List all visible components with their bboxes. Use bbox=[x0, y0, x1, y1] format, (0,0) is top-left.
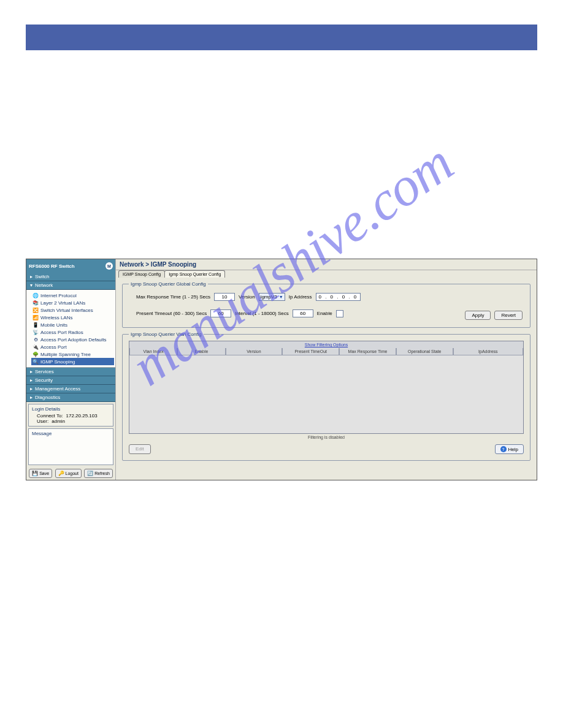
tree-item-label: Access Port Adoption Defaults bbox=[40, 337, 107, 343]
help-label: Help bbox=[508, 447, 518, 452]
revert-button[interactable]: Revert bbox=[494, 311, 523, 320]
vlan-table-header: Vlan Index Enable Version Present TimeOu… bbox=[129, 348, 523, 355]
save-button[interactable]: 💾Save bbox=[29, 469, 52, 478]
vlan-config-group: Igmp Snoop Querier Vlan Config Show Filt… bbox=[122, 332, 530, 461]
interval-input[interactable]: 60 bbox=[293, 309, 313, 317]
nav-security[interactable]: ▸Security bbox=[26, 376, 115, 385]
nav-services[interactable]: ▸Services bbox=[26, 368, 115, 376]
nav-switch[interactable]: ▸ Switch bbox=[26, 273, 115, 281]
tree-item-label: Internet Protocol bbox=[40, 293, 77, 298]
col-present-timeout[interactable]: Present TimeOut bbox=[282, 348, 339, 355]
tree-item-label: Multiple Spanning Tree bbox=[40, 352, 91, 357]
vlan-table: Show Filtering Options Vlan Index Enable… bbox=[129, 341, 524, 434]
left-panel: RFS6000 RF Switch M ▸ Switch ▾ Network 🌐… bbox=[26, 259, 116, 480]
tree-access-port[interactable]: 🔌Access Port bbox=[31, 343, 114, 351]
tree-wireless-lans[interactable]: 📶Wireless LANs bbox=[31, 314, 114, 321]
nav-diagnostics[interactable]: ▸Diagnostics bbox=[26, 393, 115, 402]
triangle-right-icon: ▸ bbox=[30, 395, 33, 400]
nav-network-label: Network bbox=[35, 282, 53, 288]
tab-label: Igmp Snoop Querier Config bbox=[169, 272, 221, 276]
version-select[interactable]: igmpV3 ▼ bbox=[259, 293, 285, 301]
brand-bar: RFS6000 RF Switch M bbox=[26, 259, 115, 273]
triangle-right-icon: ▸ bbox=[30, 369, 33, 374]
switch-icon: 🔀 bbox=[33, 307, 39, 313]
triangle-right-icon: ▸ bbox=[30, 274, 33, 279]
tree-mobile-units[interactable]: 📱Mobile Units bbox=[31, 321, 114, 328]
enable-label: Enable bbox=[317, 311, 332, 316]
main-panel: Network > IGMP Snooping IGMP Snoop Confi… bbox=[116, 259, 537, 480]
logout-label: Logout bbox=[66, 471, 79, 476]
tree-internet-protocol[interactable]: 🌐Internet Protocol bbox=[31, 292, 114, 299]
tree-access-port-radios[interactable]: 📡Access Port Radios bbox=[31, 328, 114, 336]
tab-igmp-snoop-config[interactable]: IGMP Snoop Config bbox=[118, 270, 165, 278]
page-header-bar bbox=[26, 25, 537, 50]
apply-label: Apply bbox=[472, 313, 484, 318]
tab-row: IGMP Snoop Config Igmp Snoop Querier Con… bbox=[116, 270, 537, 278]
col-operational-state[interactable]: Operational State bbox=[396, 348, 453, 355]
cog-icon: ⚙ bbox=[33, 336, 39, 343]
login-details-box: Login Details Connect To: 172.20.25.103 … bbox=[28, 404, 113, 427]
tree-item-label: Switch Virtual Interfaces bbox=[40, 308, 93, 313]
connect-to-value: 172.20.25.103 bbox=[66, 413, 98, 419]
tree-igmp-snooping[interactable]: 🔍IGMP Snooping bbox=[31, 358, 114, 365]
present-timeout-label: Present Timeout (60 - 300) Secs bbox=[136, 311, 207, 316]
col-max-response-time[interactable]: Max Response Time bbox=[339, 348, 396, 355]
footer-button-row: 💾Save 🔑Logout 🔄Refresh bbox=[26, 467, 115, 480]
apply-button[interactable]: Apply bbox=[465, 311, 491, 320]
present-timeout-input[interactable]: 60 bbox=[210, 309, 231, 317]
brand-title: RFS6000 RF Switch bbox=[29, 264, 75, 269]
col-version[interactable]: Version bbox=[226, 348, 283, 355]
radio-icon: 📡 bbox=[33, 329, 39, 335]
logout-button[interactable]: 🔑Logout bbox=[55, 469, 82, 478]
vlan-table-body bbox=[129, 355, 523, 423]
col-enable[interactable]: Enable bbox=[177, 348, 225, 355]
tree-switch-virtual-ifaces[interactable]: 🔀Switch Virtual Interfaces bbox=[31, 306, 114, 314]
show-filtering-options-link[interactable]: Show Filtering Options bbox=[129, 341, 523, 348]
port-icon: 🔌 bbox=[33, 344, 39, 350]
refresh-icon: 🔄 bbox=[87, 471, 93, 476]
tree-access-port-adoption[interactable]: ⚙Access Port Adoption Defaults bbox=[31, 336, 114, 343]
max-response-input[interactable]: 10 bbox=[214, 293, 235, 301]
edit-label: Edit bbox=[136, 446, 144, 452]
globe-icon: 🌐 bbox=[33, 292, 39, 298]
triangle-right-icon: ▸ bbox=[30, 377, 33, 383]
network-tree: 🌐Internet Protocol 📚Layer 2 Virtual LANs… bbox=[26, 290, 115, 368]
nav-network[interactable]: ▾ Network bbox=[26, 281, 115, 290]
message-header: Message bbox=[32, 431, 110, 436]
tree-multiple-spanning-tree[interactable]: 🌳Multiple Spanning Tree bbox=[31, 351, 114, 358]
chevron-down-icon: ▼ bbox=[279, 295, 283, 299]
version-label: Version bbox=[239, 294, 255, 300]
tree-item-label: Access Port Radios bbox=[40, 330, 83, 335]
tree-item-label: Mobile Units bbox=[40, 322, 67, 328]
vlan-config-legend: Igmp Snoop Querier Vlan Config bbox=[129, 332, 204, 337]
tree-item-label: Layer 2 Virtual LANs bbox=[40, 300, 85, 306]
save-label: Save bbox=[39, 471, 49, 476]
enable-checkbox[interactable] bbox=[336, 310, 343, 317]
disk-icon: 💾 bbox=[32, 471, 38, 476]
vlan-bottom-row: Edit ? Help bbox=[129, 441, 524, 454]
global-config-legend: Igmp Snoop Querier Global Config bbox=[129, 281, 208, 287]
tree-layer2-vlans[interactable]: 📚Layer 2 Virtual LANs bbox=[31, 299, 114, 306]
nav-mgmt-label: Management Access bbox=[35, 386, 80, 392]
tree-item-label: Wireless LANs bbox=[40, 315, 72, 320]
nav-management-access[interactable]: ▸Management Access bbox=[26, 385, 115, 393]
help-icon: ? bbox=[500, 446, 507, 452]
wifi-icon: 📶 bbox=[33, 314, 39, 320]
help-button[interactable]: ? Help bbox=[495, 444, 524, 454]
tree-icon: 🌳 bbox=[33, 351, 39, 357]
col-vlan-index[interactable]: Vlan Index bbox=[129, 348, 177, 355]
connect-to-label: Connect To: bbox=[37, 413, 63, 419]
mobile-icon: 📱 bbox=[33, 322, 39, 328]
tab-igmp-snoop-querier-config[interactable]: Igmp Snoop Querier Config bbox=[164, 270, 225, 278]
ip-input[interactable]: 0 . 0 . 0 . 0 bbox=[316, 293, 361, 301]
login-details-header: Login Details bbox=[32, 406, 110, 412]
refresh-label: Refresh bbox=[94, 471, 110, 476]
col-ip-address[interactable]: IpAddress bbox=[453, 348, 523, 355]
filter-status: Filtering is disabled bbox=[129, 434, 524, 441]
refresh-button[interactable]: 🔄Refresh bbox=[84, 469, 113, 478]
nav-diag-label: Diagnostics bbox=[35, 395, 60, 400]
max-response-label: Max Response Time (1 - 25) Secs bbox=[136, 294, 210, 300]
user-label: User: bbox=[37, 419, 48, 424]
edit-button[interactable]: Edit bbox=[129, 444, 151, 454]
stack-icon: 📚 bbox=[33, 300, 39, 306]
